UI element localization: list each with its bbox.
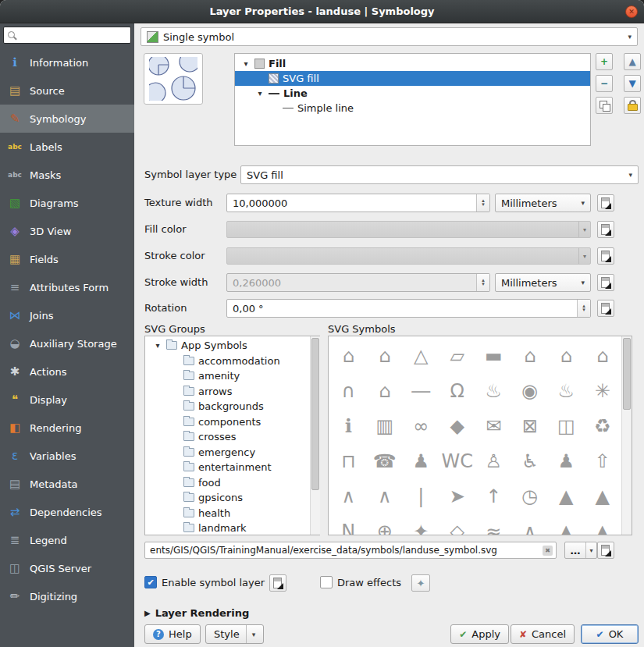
svg-group-item[interactable]: emergency <box>145 445 319 460</box>
remove-symbol-layer-button[interactable]: − <box>596 75 613 92</box>
svg-symbol[interactable]: ♟ <box>548 443 585 478</box>
customize-effects-button[interactable]: ✦ <box>411 574 430 592</box>
sidebar-item[interactable]: ▦ Fields <box>0 245 134 273</box>
texture-width-unit-combo[interactable]: Millimeters ▾ <box>495 194 591 212</box>
svg-symbol[interactable]: ▲ <box>548 478 585 514</box>
sidebar-item[interactable]: ℹ Information <box>0 48 134 76</box>
svg-symbol[interactable]: ♨ <box>475 373 512 408</box>
svg-symbol[interactable]: ☎ <box>367 443 404 478</box>
chevron-down-icon[interactable]: ▾ <box>585 542 596 558</box>
svg-group-item[interactable]: gpsicons <box>145 490 319 506</box>
svg-symbol[interactable]: ▬ <box>475 338 512 373</box>
enable-layer-override-button[interactable] <box>269 574 286 592</box>
rotation-input[interactable]: 0,00 ° ▴▾ <box>226 299 591 318</box>
browse-button[interactable]: … ▾ <box>564 542 597 559</box>
renderer-combo[interactable]: Single symbol ▾ <box>141 27 638 46</box>
svg-symbol[interactable]: ▱ <box>439 338 476 373</box>
sidebar-item[interactable]: ▧ Diagrams <box>0 189 134 217</box>
svg-symbol[interactable]: ↑ <box>475 478 512 514</box>
svg-group-item[interactable]: backgrounds <box>145 399 319 414</box>
layer-rendering-section[interactable]: ▶ Layer Rendering <box>144 607 249 619</box>
stroke-width-override-button[interactable] <box>597 274 614 291</box>
move-up-button[interactable]: ▲ <box>624 53 641 70</box>
svg-symbol[interactable]: WC <box>439 443 476 478</box>
cancel-button[interactable]: ✘ Cancel <box>511 624 575 644</box>
stroke-color-button[interactable]: ▾ <box>226 247 591 265</box>
sidebar-item[interactable]: ⋈ Joins <box>0 301 134 329</box>
svg-group-item[interactable]: entertainment <box>145 460 319 475</box>
svg-symbol[interactable]: ♻ <box>585 408 621 443</box>
svg-symbol[interactable]: ∩ <box>330 373 367 408</box>
sidebar-item[interactable]: ◈ 3D View <box>0 217 134 245</box>
sidebar-item[interactable]: ≡ Attributes Form <box>0 273 134 301</box>
duplicate-symbol-layer-button[interactable] <box>596 97 613 114</box>
svg-symbol[interactable]: ⊕ <box>367 514 404 535</box>
svg-symbol[interactable]: ⌂ <box>330 338 367 373</box>
svg-symbol[interactable]: ⌂ <box>512 338 549 373</box>
apply-button[interactable]: ✔ Apply <box>450 624 509 644</box>
svg-symbol[interactable]: ◫ <box>548 408 585 443</box>
sidebar-item[interactable]: abc Masks <box>0 161 134 189</box>
scrollbar-thumb[interactable] <box>623 338 631 410</box>
sidebar-item[interactable]: ◫ QGIS Server <box>0 554 134 582</box>
svg-symbol[interactable]: △ <box>403 338 439 373</box>
texture-width-override-button[interactable] <box>597 194 614 212</box>
svg-groups-scrollbar[interactable] <box>310 336 320 535</box>
svg-group-item[interactable]: ▾ App Symbols <box>145 338 319 354</box>
svg-symbol[interactable]: ∧ <box>367 478 404 514</box>
titlebar[interactable]: Layer Properties - landuse | Symbology ✕ <box>0 0 644 23</box>
svg-symbol[interactable]: ✦ <box>403 514 439 535</box>
svg-symbol[interactable]: ▲ <box>585 514 621 535</box>
sidebar-item[interactable]: ▤ Metadata <box>0 470 134 498</box>
svg-symbol[interactable]: ― <box>403 373 439 408</box>
sidebar-search[interactable] <box>3 27 131 44</box>
svg-symbol[interactable]: ♟ <box>403 443 439 478</box>
svg-group-item[interactable]: components <box>145 414 319 430</box>
sidebar-item[interactable]: ▤ Source <box>0 76 134 105</box>
svg-symbol[interactable]: N <box>330 514 367 535</box>
symbol-tree-row[interactable]: SVG fill <box>235 71 590 86</box>
stroke-width-unit-combo[interactable]: Millimeters ▾ <box>495 273 591 292</box>
svg-group-item[interactable]: health <box>145 506 319 521</box>
svg-symbol[interactable]: ⌂ <box>367 338 404 373</box>
symbol-layer-type-combo[interactable]: SVG fill ▾ <box>240 165 639 184</box>
svg-symbol[interactable]: ⊠ <box>512 408 549 443</box>
sidebar-item[interactable]: ✱ Actions <box>0 357 134 386</box>
svg-group-item[interactable]: accommodation <box>145 354 319 369</box>
rotation-override-button[interactable] <box>597 300 614 317</box>
style-button[interactable]: Style ▾ <box>205 624 264 644</box>
add-symbol-layer-button[interactable]: + <box>596 53 613 70</box>
svg-path-override-button[interactable] <box>597 542 614 559</box>
svg-symbol[interactable]: ▲ <box>548 514 585 535</box>
svg-symbol[interactable]: ▥ <box>367 408 404 443</box>
stroke-color-override-button[interactable] <box>597 247 614 265</box>
svg-symbol[interactable]: ⊓ <box>330 443 367 478</box>
svg-symbol[interactable]: ✳ <box>585 373 621 408</box>
svg-symbol[interactable]: ◉ <box>512 373 549 408</box>
svg-symbol[interactable]: ♙ <box>475 443 512 478</box>
enable-symbol-layer-checkbox[interactable]: ✔ Enable symbol layer <box>144 576 265 588</box>
clear-icon[interactable]: ✖ <box>543 546 553 556</box>
svg-symbol[interactable]: ∧ <box>330 478 367 514</box>
svg-group-item[interactable]: arrows <box>145 384 319 400</box>
ok-button[interactable]: ✔ OK <box>581 624 639 644</box>
draw-effects-checkbox[interactable]: Draw effects <box>320 576 401 588</box>
svg-symbol[interactable]: ♿ <box>512 443 549 478</box>
svg-symbol[interactable]: ♨ <box>548 373 585 408</box>
search-input[interactable] <box>20 30 127 41</box>
svg-symbol[interactable]: ◷ <box>512 478 549 514</box>
svg-symbol[interactable]: ▲ <box>585 478 621 514</box>
close-button[interactable]: ✕ <box>625 5 638 18</box>
scrollbar-thumb[interactable] <box>311 338 319 490</box>
sidebar-item[interactable]: ◧ Rendering <box>0 414 134 442</box>
texture-width-spinner[interactable]: ▴▾ <box>476 194 489 212</box>
sidebar-item[interactable]: ε Variables <box>0 442 134 470</box>
svg-symbol[interactable]: ✉ <box>475 408 512 443</box>
svg-symbol[interactable]: ➤ <box>439 478 476 514</box>
svg-symbol[interactable]: ⌂ <box>367 373 404 408</box>
svg-group-item[interactable]: amenity <box>145 368 319 384</box>
sidebar-item[interactable]: ✎ Symbology <box>0 105 134 133</box>
symbol-tree-row[interactable]: ▾ Line <box>235 86 590 101</box>
fill-color-override-button[interactable] <box>597 221 614 238</box>
tree-expander-icon[interactable]: ▾ <box>153 341 162 350</box>
